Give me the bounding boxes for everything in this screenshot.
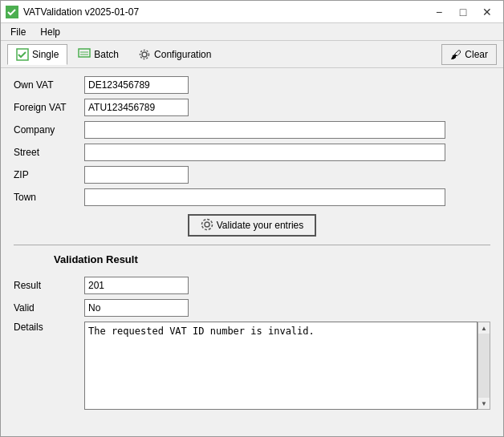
- details-label: Details: [14, 322, 78, 333]
- title-bar: VATValidation v2025-01-07 − □ ✕: [1, 1, 503, 23]
- menu-help[interactable]: Help: [34, 25, 67, 38]
- clear-icon: 🖌: [450, 48, 461, 61]
- details-container: The requested VAT ID number is invalid. …: [84, 322, 490, 410]
- company-row: Company: [14, 121, 490, 139]
- menu-bar: File Help: [1, 23, 503, 41]
- town-input[interactable]: [84, 188, 445, 206]
- minimize-button[interactable]: −: [428, 4, 450, 20]
- clear-button[interactable]: 🖌 Clear: [441, 44, 497, 65]
- company-label: Company: [14, 124, 78, 136]
- scrollbar-up-arrow[interactable]: ▲: [478, 322, 490, 334]
- window-title: VATValidation v2025-01-07: [23, 6, 139, 18]
- content-area: Own VAT Foreign VAT Company Street ZIP: [1, 68, 503, 436]
- own-vat-label: Own VAT: [14, 79, 78, 91]
- details-row: Details The requested VAT ID number is i…: [14, 322, 490, 410]
- tab-configuration-label: Configuration: [154, 49, 211, 60]
- toolbar: Single Batch Configuration: [1, 41, 503, 68]
- svg-point-5: [142, 52, 147, 57]
- scrollbar-track: [478, 334, 490, 398]
- company-input[interactable]: [84, 121, 445, 139]
- tab-batch[interactable]: Batch: [69, 44, 128, 65]
- town-row: Town: [14, 188, 490, 206]
- svg-rect-2: [79, 49, 90, 57]
- svg-point-8: [205, 222, 209, 227]
- toolbar-right: 🖌 Clear: [441, 44, 497, 65]
- valid-row: Valid: [14, 299, 490, 317]
- result-label: Result: [14, 280, 78, 291]
- result-section-title: Validation Result: [54, 253, 490, 265]
- town-label: Town: [14, 192, 78, 203]
- close-button[interactable]: ✕: [476, 4, 498, 20]
- result-section: Validation Result Result Valid Details T…: [14, 253, 490, 410]
- tab-batch-label: Batch: [94, 49, 119, 60]
- street-input[interactable]: [84, 144, 445, 161]
- app-icon: [6, 6, 18, 18]
- section-divider: [14, 245, 490, 245]
- zip-input[interactable]: [84, 166, 189, 184]
- menu-file[interactable]: File: [4, 25, 32, 38]
- main-window: VATValidation v2025-01-07 − □ ✕ File Hel…: [0, 0, 504, 437]
- batch-icon: [78, 48, 91, 61]
- details-textarea[interactable]: The requested VAT ID number is invalid.: [84, 322, 478, 410]
- validate-icon: [201, 218, 213, 233]
- tab-configuration[interactable]: Configuration: [129, 44, 220, 65]
- maximize-button[interactable]: □: [452, 4, 474, 20]
- title-bar-left: VATValidation v2025-01-07: [6, 6, 139, 18]
- svg-point-7: [201, 219, 212, 229]
- validate-button[interactable]: Validate your entries: [188, 214, 317, 237]
- foreign-vat-label: Foreign VAT: [14, 102, 78, 113]
- single-icon: [16, 48, 29, 61]
- street-row: Street: [14, 144, 490, 161]
- validate-label: Validate your entries: [217, 220, 304, 231]
- window-controls: − □ ✕: [428, 4, 498, 20]
- foreign-vat-input[interactable]: [84, 99, 189, 116]
- valid-label: Valid: [14, 302, 78, 314]
- form-section: Own VAT Foreign VAT Company Street ZIP: [14, 76, 490, 206]
- svg-point-6: [140, 50, 149, 59]
- scrollbar: ▲ ▼: [478, 322, 490, 410]
- tab-single[interactable]: Single: [7, 44, 67, 65]
- foreign-vat-row: Foreign VAT: [14, 99, 490, 116]
- zip-row: ZIP: [14, 166, 490, 184]
- own-vat-input[interactable]: [84, 76, 189, 94]
- scrollbar-down-arrow[interactable]: ▼: [478, 398, 490, 409]
- result-input[interactable]: [84, 277, 189, 294]
- valid-input[interactable]: [84, 299, 189, 317]
- own-vat-row: Own VAT: [14, 76, 490, 94]
- zip-label: ZIP: [14, 169, 78, 180]
- clear-label: Clear: [465, 49, 488, 60]
- config-icon: [138, 48, 151, 61]
- validate-row: Validate your entries: [14, 214, 490, 237]
- street-label: Street: [14, 147, 78, 158]
- result-row: Result: [14, 277, 490, 294]
- tab-single-label: Single: [32, 49, 59, 60]
